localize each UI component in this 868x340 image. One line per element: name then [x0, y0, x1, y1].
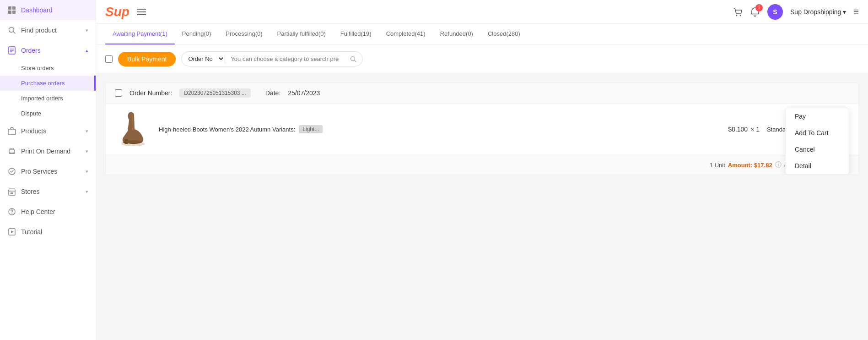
sidebar-item-dispute[interactable]: Dispute [0, 106, 96, 121]
sidebar-item-dashboard[interactable]: Dashboard [0, 0, 96, 20]
order-footer: 1 Unit Amount: $17.82 ⓘ (Shipping Cost I… [106, 155, 858, 175]
chevron-down-icon-products: ▾ [86, 128, 88, 134]
tab-pending[interactable]: Pending(0) [175, 24, 219, 44]
select-all-checkbox[interactable] [105, 55, 113, 63]
sidebar-item-dashboard-label: Dashboard [21, 6, 88, 14]
order-row: High-heeled Boots Women's 2022 Autumn Va… [106, 104, 858, 155]
product-qty: × 1 [750, 126, 760, 133]
content-area: Order Number: D20230725051315303 ... Dat… [96, 73, 868, 340]
tab-partially-fulfilled[interactable]: Partially fulfilled(0) [270, 24, 333, 44]
sidebar-item-products[interactable]: Products ▾ [0, 121, 96, 141]
sidebar-item-find-product[interactable]: Find product ▾ [0, 20, 96, 40]
sidebar-item-stores-label: Stores [21, 188, 81, 195]
sidebar-item-tutorial[interactable]: Tutorial [0, 222, 96, 242]
stores-icon [7, 187, 16, 196]
sidebar-item-stores[interactable]: Stores ▾ [0, 181, 96, 202]
header-right: 1 S Sup Dropshipping ▾ ≡ [733, 4, 859, 20]
bell-badge: 1 [755, 4, 763, 11]
tab-refunded[interactable]: Refunded(0) [433, 24, 480, 44]
variant-badge: Light... [299, 125, 323, 133]
sidebar-item-find-product-label: Find product [21, 27, 81, 34]
dropdown-item-cancel[interactable]: Cancel [786, 141, 849, 158]
sidebar-item-products-label: Products [21, 127, 81, 135]
find-product-icon [7, 26, 16, 35]
sidebar-item-orders[interactable]: Orders ▴ [0, 40, 96, 60]
svg-rect-0 [8, 6, 11, 10]
avatar: S [767, 4, 783, 20]
dashboard-icon [7, 5, 16, 15]
order-date-value: 25/07/2023 [288, 89, 320, 97]
info-icon[interactable]: ⓘ [775, 161, 782, 169]
search-category-select[interactable]: Order No [182, 52, 225, 66]
account-name[interactable]: Sup Dropshipping ▾ [790, 8, 846, 16]
tab-processing[interactable]: Processing(0) [218, 24, 270, 44]
svg-rect-2 [8, 11, 11, 14]
amount-value: $17.82 [754, 162, 772, 169]
bell-icon[interactable]: 1 [750, 7, 760, 17]
chevron-down-account: ▾ [843, 8, 846, 16]
sidebar-item-purchase-orders[interactable]: Purchase orders [0, 76, 96, 91]
svg-line-5 [14, 32, 16, 34]
svg-line-23 [355, 60, 356, 62]
sidebar-item-pro-services[interactable]: Pro Services ▾ [0, 161, 96, 181]
order-date-label: Date: [265, 89, 280, 97]
app-container: Dashboard Find product ▾ Orders ▴ Store … [0, 0, 868, 340]
tab-closed[interactable]: Closed(280) [480, 24, 528, 44]
svg-marker-19 [11, 230, 14, 233]
product-image [115, 111, 151, 148]
order-checkbox[interactable] [115, 89, 122, 97]
hamburger-menu[interactable] [137, 9, 146, 15]
tab-completed[interactable]: Completed(41) [379, 24, 433, 44]
sidebar-item-help-label: Help Center [21, 208, 88, 215]
select-all-wrap [105, 55, 113, 63]
svg-rect-15 [11, 192, 13, 194]
chevron-down-icon-pro: ▾ [86, 169, 88, 175]
logo: Sup [105, 5, 129, 19]
svg-point-20 [736, 15, 737, 16]
cart-icon[interactable] [733, 7, 743, 17]
amount-label: Amount: $17.82 [728, 162, 772, 169]
bulk-payment-button[interactable]: Bulk Payment [118, 52, 176, 66]
dropdown-item-detail[interactable]: Detail [786, 158, 849, 174]
toolbar: Bulk Payment Order No [96, 45, 868, 73]
sidebar-item-print-on-demand[interactable]: Print On Demand ▾ [0, 141, 96, 161]
price-area: $8.100 × 1 [695, 126, 760, 133]
dropdown-item-add-to-cart[interactable]: Add To Cart [786, 125, 849, 141]
search-input[interactable] [225, 52, 344, 66]
sidebar-item-imported-orders[interactable]: Imported orders [0, 91, 96, 106]
svg-rect-12 [10, 152, 14, 154]
svg-point-4 [9, 27, 14, 33]
tabs-bar: Awaiting Payment(1) Pending(0) Processin… [96, 24, 868, 45]
header-menu-icon[interactable]: ≡ [853, 6, 859, 17]
search-bar: Order No [181, 51, 363, 66]
search-button[interactable] [344, 52, 362, 66]
product-info: High-heeled Boots Women's 2022 Autumn Va… [159, 125, 688, 133]
pro-services-icon [7, 167, 16, 176]
svg-point-17 [11, 213, 12, 214]
help-icon [7, 207, 16, 216]
sidebar-item-tutorial-label: Tutorial [21, 228, 88, 236]
order-card: Order Number: D20230725051315303 ... Dat… [105, 82, 859, 175]
sidebar-item-pro-label: Pro Services [21, 168, 81, 175]
action-dropdown: Pay Add To Cart Cancel Detail [785, 108, 849, 175]
product-name: High-heeled Boots Women's 2022 Autumn Va… [159, 125, 688, 133]
sidebar-item-orders-label: Orders [21, 47, 81, 54]
product-price: $8.100 [728, 126, 748, 133]
tab-awaiting-payment[interactable]: Awaiting Payment(1) [105, 24, 175, 44]
print-icon [7, 147, 16, 156]
order-header: Order Number: D20230725051315303 ... Dat… [106, 83, 858, 104]
header: Sup 1 S Sup Dropshipping ▾ ≡ [96, 0, 868, 24]
products-icon [7, 126, 16, 136]
sidebar-item-pod-label: Print On Demand [21, 148, 81, 155]
order-number-label: Order Number: [129, 89, 172, 97]
dropdown-item-pay[interactable]: Pay [786, 108, 849, 125]
tab-fulfilled[interactable]: Fulfilled(19) [333, 24, 379, 44]
chevron-up-icon: ▴ [86, 48, 88, 54]
main-content: Sup 1 S Sup Dropshipping ▾ ≡ [96, 0, 868, 340]
chevron-down-icon-pod: ▾ [86, 148, 88, 154]
sidebar-item-help-center[interactable]: Help Center [0, 202, 96, 222]
orders-icon [7, 46, 16, 55]
svg-point-21 [740, 15, 741, 16]
sidebar-item-store-orders[interactable]: Store orders [0, 60, 96, 76]
header-left: Sup [105, 5, 146, 19]
